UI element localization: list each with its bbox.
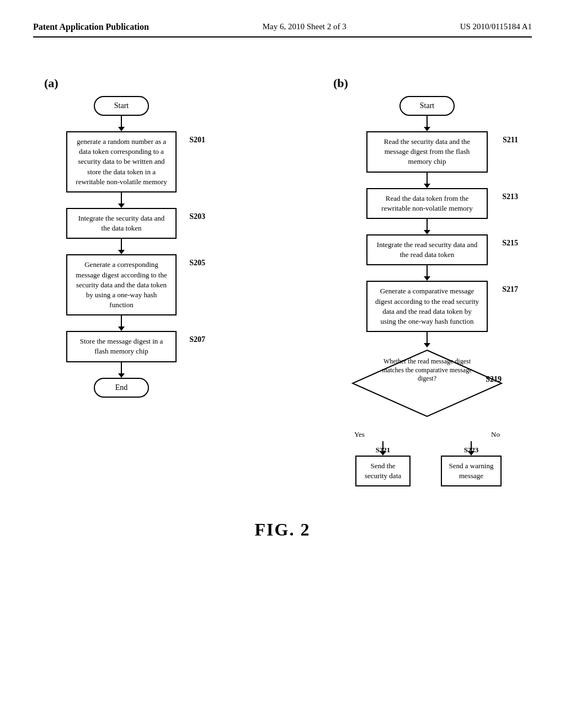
flowchart-b: (b) Start Read the security data and the… bbox=[333, 76, 521, 486]
start-oval-a: Start bbox=[66, 96, 177, 116]
step-s207: Store the message digest in a flash memo… bbox=[66, 331, 177, 362]
step-s213-container: Read the data token from the rewritable … bbox=[366, 188, 488, 219]
step-s223-container: Send a warning message S223 bbox=[441, 456, 502, 486]
step-s213: Read the data token from the rewritable … bbox=[366, 188, 488, 219]
page: Patent Application Publication May 6, 20… bbox=[0, 0, 565, 728]
end-oval-a: End bbox=[66, 378, 177, 398]
label-s207: S207 bbox=[189, 335, 205, 344]
label-s217: S217 bbox=[502, 285, 518, 294]
header-date-sheet: May 6, 2010 Sheet 2 of 3 bbox=[263, 22, 347, 31]
yes-label: Yes bbox=[354, 430, 365, 439]
label-s213: S213 bbox=[502, 192, 518, 201]
label-s201: S201 bbox=[189, 136, 205, 144]
flowchart-a: (a) Start generate a random number as a … bbox=[44, 76, 199, 398]
branch-yes: Yes Send the security data S221 bbox=[350, 419, 416, 486]
label-s205: S205 bbox=[189, 259, 205, 267]
step-s203: Integrate the security data and the data… bbox=[66, 208, 177, 239]
diamond-text: Whether the read message digest matches … bbox=[380, 357, 474, 383]
step-s201-container: generate a random number as a data token… bbox=[66, 131, 177, 192]
start-b: Start bbox=[399, 96, 455, 116]
branch-row: Yes Send the security data S221 bbox=[350, 419, 504, 486]
diamond-s219-svg: Whether the read message digest matches … bbox=[350, 347, 504, 419]
step-s221: Send the security data bbox=[355, 456, 411, 486]
no-label: No bbox=[491, 430, 500, 439]
label-s219: S219 bbox=[486, 375, 502, 384]
end-a: End bbox=[94, 378, 149, 398]
label-s223: S223 bbox=[464, 446, 479, 454]
step-s221-container: Send the security data S221 bbox=[355, 456, 411, 486]
diamond-s219-wrapper: Whether the read message digest matches … bbox=[350, 347, 504, 486]
step-s205-container: Generate a corresponding message digest … bbox=[66, 254, 177, 315]
label-s203: S203 bbox=[189, 212, 205, 221]
step-s211-container: Read the security data and the message d… bbox=[366, 131, 488, 173]
label-s221: S221 bbox=[376, 446, 391, 454]
step-s207-container: Store the message digest in a flash memo… bbox=[66, 331, 177, 362]
header: Patent Application Publication May 6, 20… bbox=[33, 22, 532, 38]
step-s223: Send a warning message bbox=[441, 456, 502, 486]
start-a: Start bbox=[94, 96, 149, 116]
step-s217: Generate a comparative message digest ac… bbox=[366, 281, 488, 332]
fig-label: FIG. 2 bbox=[33, 520, 532, 540]
label-a: (a) bbox=[44, 76, 58, 90]
branch-no: No Send a warning message S223 bbox=[438, 419, 504, 486]
step-s215-container: Integrate the read security data and the… bbox=[366, 234, 488, 265]
start-oval-b: Start bbox=[366, 96, 488, 116]
step-s205: Generate a corresponding message digest … bbox=[66, 254, 177, 315]
header-patent-number: US 2010/0115184 A1 bbox=[460, 22, 532, 31]
diagram-area: (a) Start generate a random number as a … bbox=[33, 71, 532, 486]
label-s211: S211 bbox=[503, 136, 518, 144]
step-s211: Read the security data and the message d… bbox=[366, 131, 488, 173]
label-s215: S215 bbox=[502, 239, 518, 248]
step-s201: generate a random number as a data token… bbox=[66, 131, 177, 192]
header-publication-label: Patent Application Publication bbox=[33, 22, 149, 32]
step-s203-container: Integrate the security data and the data… bbox=[66, 208, 177, 239]
step-s215: Integrate the read security data and the… bbox=[366, 234, 488, 265]
step-s217-container: Generate a comparative message digest ac… bbox=[366, 281, 488, 332]
label-b: (b) bbox=[333, 76, 348, 90]
